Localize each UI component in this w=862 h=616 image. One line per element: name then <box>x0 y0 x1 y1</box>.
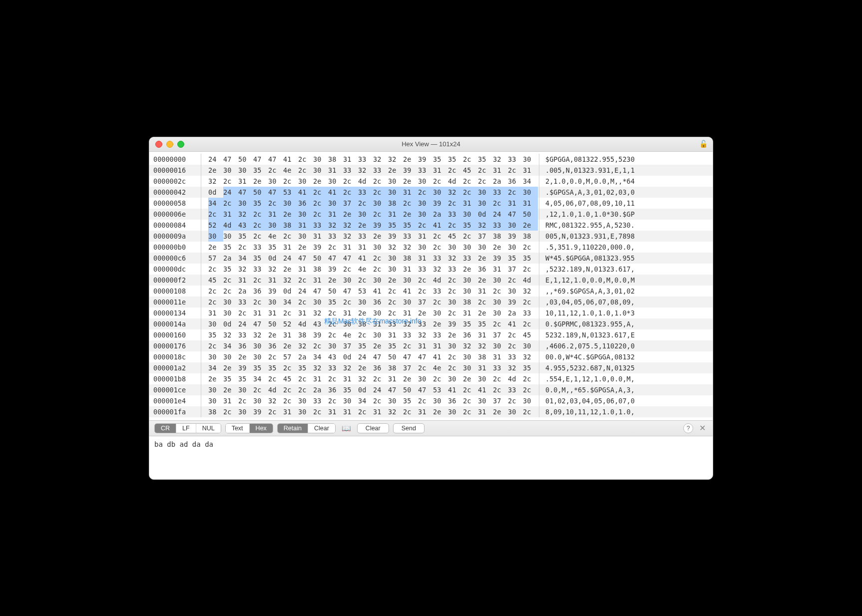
byte[interactable]: 2c <box>448 308 463 318</box>
byte[interactable]: 2c <box>283 231 298 242</box>
byte[interactable]: 41 <box>328 187 343 198</box>
byte[interactable]: 31 <box>238 275 253 286</box>
byte[interactable]: 2c <box>463 231 478 242</box>
byte[interactable]: 2e <box>223 362 238 373</box>
byte[interactable]: 41 <box>403 286 418 297</box>
byte[interactable]: 47 <box>268 187 283 198</box>
byte[interactable]: 31 <box>343 406 358 417</box>
byte[interactable]: 34 <box>283 297 298 308</box>
hex-bytes[interactable]: 0d2447504753412c412c332c30312c30322c3033… <box>203 187 538 198</box>
byte[interactable]: 2c <box>493 318 508 329</box>
hex-bytes[interactable]: 2c31322c312e302c312e302c312e302a33300d24… <box>203 209 538 220</box>
byte[interactable]: 30 <box>298 231 313 242</box>
byte[interactable]: 2c <box>253 297 268 308</box>
retain-retain[interactable]: Retain <box>278 424 308 433</box>
byte[interactable]: 47 <box>223 154 238 165</box>
byte[interactable]: 31 <box>283 242 298 253</box>
byte[interactable]: 2c <box>493 286 508 297</box>
byte[interactable]: 30 <box>448 297 463 308</box>
retain-segment[interactable]: RetainClear <box>277 423 336 433</box>
byte[interactable]: 33 <box>493 220 508 231</box>
byte[interactable]: 41 <box>433 351 448 362</box>
byte[interactable]: 4d <box>268 384 283 395</box>
byte[interactable]: 47 <box>418 384 433 395</box>
byte[interactable]: 35 <box>433 154 448 165</box>
byte[interactable]: 2c <box>208 286 223 297</box>
byte[interactable]: 47 <box>388 384 403 395</box>
ascii-cell[interactable]: 5232.189,N,01323.617,E <box>542 329 639 340</box>
byte[interactable]: 33 <box>358 154 373 165</box>
byte[interactable]: 31 <box>343 373 358 384</box>
byte[interactable]: 30 <box>388 253 403 264</box>
byte[interactable]: 47 <box>508 209 523 220</box>
byte[interactable]: 33 <box>493 187 508 198</box>
byte[interactable]: 2c <box>373 187 388 198</box>
byte[interactable]: 2c <box>373 176 388 187</box>
byte[interactable]: 24 <box>283 253 298 264</box>
byte[interactable]: 30 <box>508 406 523 417</box>
byte[interactable]: 45 <box>463 165 478 176</box>
byte[interactable]: 30 <box>418 209 433 220</box>
byte[interactable]: 2c <box>328 242 343 253</box>
byte[interactable]: 50 <box>253 187 268 198</box>
byte[interactable]: 30 <box>418 373 433 384</box>
byte[interactable]: 2c <box>433 297 448 308</box>
byte[interactable]: 31 <box>493 351 508 362</box>
byte[interactable]: 4e <box>358 264 373 275</box>
byte[interactable]: 32 <box>343 220 358 231</box>
mode-text[interactable]: Text <box>226 424 250 433</box>
byte[interactable]: 45 <box>448 231 463 242</box>
byte[interactable]: 2c <box>388 297 403 308</box>
byte[interactable]: 39 <box>328 264 343 275</box>
byte[interactable]: 30 <box>358 297 373 308</box>
lineend-lf[interactable]: LF <box>176 424 196 433</box>
byte[interactable]: 35 <box>268 362 283 373</box>
byte[interactable]: 39 <box>238 362 253 373</box>
byte[interactable]: 38 <box>478 351 493 362</box>
byte[interactable]: 30 <box>238 384 253 395</box>
byte[interactable]: 31 <box>508 198 523 209</box>
byte[interactable]: 32 <box>313 362 328 373</box>
byte[interactable]: 33 <box>358 231 373 242</box>
byte[interactable]: 36 <box>373 297 388 308</box>
byte[interactable]: 34 <box>253 373 268 384</box>
byte[interactable]: 2e <box>463 373 478 384</box>
byte[interactable]: 33 <box>508 351 523 362</box>
byte[interactable]: 2c <box>268 165 283 176</box>
byte[interactable]: 33 <box>433 286 448 297</box>
hex-bytes[interactable]: 31302c31312c31322c312e302c312e302c312e30… <box>203 308 538 318</box>
byte[interactable]: 39 <box>448 318 463 329</box>
byte[interactable]: 2e <box>313 176 328 187</box>
ascii-cell[interactable]: ,12,1.0,1.0,1.0*30.$GP <box>542 209 639 220</box>
byte[interactable]: 2c <box>448 220 463 231</box>
byte[interactable]: 30 <box>478 187 493 198</box>
byte[interactable]: 2c <box>373 264 388 275</box>
byte[interactable]: 38 <box>493 231 508 242</box>
byte[interactable]: 2c <box>298 154 313 165</box>
byte[interactable]: 2c <box>313 340 328 351</box>
send-button[interactable]: Send <box>393 423 425 433</box>
byte[interactable]: 2e <box>358 220 373 231</box>
byte[interactable]: 4d <box>523 275 538 286</box>
byte[interactable]: 43 <box>238 220 253 231</box>
byte[interactable]: 2c <box>508 187 523 198</box>
lineend-cr[interactable]: CR <box>155 424 176 433</box>
byte[interactable]: 2c <box>523 318 538 329</box>
byte[interactable]: 35 <box>478 154 493 165</box>
byte[interactable]: 31 <box>523 198 538 209</box>
byte[interactable]: 4e <box>433 362 448 373</box>
hex-row[interactable]: 0000002c322c312e302c302e302c4d2c302e302c… <box>149 176 713 187</box>
byte[interactable]: 2c <box>238 242 253 253</box>
byte[interactable]: 41 <box>298 187 313 198</box>
byte[interactable]: 31 <box>343 308 358 318</box>
byte[interactable]: 0d <box>358 384 373 395</box>
hex-dump-area[interactable]: 000000002447504747412c3038313332322e3935… <box>149 152 713 420</box>
byte[interactable]: 2c <box>253 231 268 242</box>
byte[interactable]: 36 <box>463 329 478 340</box>
ascii-cell[interactable]: 01,02,03,04,05,06,07,0 <box>542 395 639 406</box>
byte[interactable]: 2c <box>418 187 433 198</box>
byte[interactable]: 2c <box>448 286 463 297</box>
byte[interactable]: 36 <box>328 384 343 395</box>
byte[interactable]: 45 <box>283 373 298 384</box>
byte[interactable]: 30 <box>208 351 223 362</box>
